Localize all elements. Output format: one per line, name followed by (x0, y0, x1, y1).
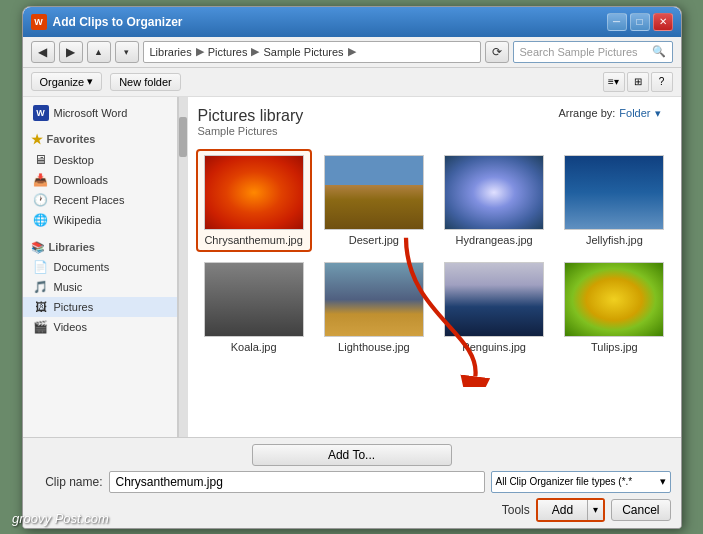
sidebar-item-music[interactable]: 🎵 Music (23, 277, 177, 297)
refresh-button[interactable]: ⟳ (485, 41, 509, 63)
sidebar-item-documents[interactable]: 📄 Documents (23, 257, 177, 277)
file-thumbnail-1 (324, 155, 424, 230)
arrange-arrow-icon[interactable]: ▾ (655, 107, 661, 120)
file-name-7: Tulips.jpg (591, 341, 638, 353)
file-thumbnail-0 (204, 155, 304, 230)
file-name-1: Desert.jpg (349, 234, 399, 246)
documents-icon: 📄 (33, 259, 49, 275)
organize-button[interactable]: Organize ▾ (31, 72, 103, 91)
files-grid: Chrysanthemum.jpgDesert.jpgHydrangeas.jp… (198, 151, 671, 357)
sidebar-scrollbar[interactable] (178, 97, 188, 437)
forward-button[interactable]: ▶ (59, 41, 83, 63)
sidebar: W Microsoft Word ★ Favorites 🖥 Desktop 📥… (23, 97, 178, 437)
add-dropdown-button[interactable]: ▾ (588, 500, 603, 520)
file-thumbnail-5 (324, 262, 424, 337)
file-item-desert-jpg[interactable]: Desert.jpg (318, 151, 430, 250)
breadcrumb-sample[interactable]: Sample Pictures (263, 46, 343, 58)
up-button[interactable]: ▲ (87, 41, 111, 63)
sidebar-music-label: Music (54, 281, 83, 293)
cancel-button[interactable]: Cancel (611, 499, 670, 521)
help-button[interactable]: ? (651, 72, 673, 92)
word-icon: W (33, 105, 49, 121)
bottom-bar: Add To... Clip name: All Clip Organizer … (23, 437, 681, 528)
arrange-bar: Arrange by: Folder ▾ (558, 107, 660, 120)
action-row: Tools Add ▾ Cancel (33, 498, 671, 522)
sidebar-desktop-label: Desktop (54, 154, 94, 166)
toolbar: Organize ▾ New folder ≡▾ ⊞ ? (23, 68, 681, 97)
file-thumbnail-4 (204, 262, 304, 337)
file-item-tulips-jpg[interactable]: Tulips.jpg (558, 258, 670, 357)
add-button[interactable]: Add (538, 500, 588, 520)
sidebar-item-wikipedia[interactable]: 🌐 Wikipedia (23, 210, 177, 230)
spacer-2 (23, 230, 177, 238)
window-title: Add Clips to Organizer (53, 15, 183, 29)
sidebar-item-pictures[interactable]: 🖼 Pictures (23, 297, 177, 317)
add-to-button[interactable]: Add To... (252, 444, 452, 466)
file-item-hydrangeas-jpg[interactable]: Hydrangeas.jpg (438, 151, 550, 250)
downloads-icon: 📥 (33, 172, 49, 188)
library-header: Pictures library Sample Pictures (198, 107, 304, 137)
title-controls: ─ □ ✕ (607, 13, 673, 31)
view-toggle-button[interactable]: ≡▾ (603, 72, 625, 92)
recent-icon: 🕐 (33, 192, 49, 208)
close-button[interactable]: ✕ (653, 13, 673, 31)
sidebar-recent-label: Recent Places (54, 194, 125, 206)
sidebar-videos-label: Videos (54, 321, 87, 333)
library-title: Pictures library (198, 107, 304, 125)
clip-name-row: Clip name: All Clip Organizer file types… (33, 471, 671, 493)
maximize-button[interactable]: □ (630, 13, 650, 31)
panel-button[interactable]: ⊞ (627, 72, 649, 92)
content-area: Pictures library Sample Pictures Arrange… (188, 97, 681, 437)
add-to-row: Add To... (33, 444, 671, 466)
sidebar-documents-label: Documents (54, 261, 110, 273)
recent-button[interactable]: ▾ (115, 41, 139, 63)
main-window: W Add Clips to Organizer ─ □ ✕ ◀ ▶ ▲ ▾ L… (22, 6, 682, 529)
file-name-3: Jellyfish.jpg (586, 234, 643, 246)
main-area: W Microsoft Word ★ Favorites 🖥 Desktop 📥… (23, 97, 681, 437)
favorites-header[interactable]: ★ Favorites (23, 129, 177, 150)
clip-name-input[interactable] (109, 471, 485, 493)
clip-type-arrow-icon: ▾ (660, 475, 666, 488)
breadcrumb[interactable]: Libraries ▶ Pictures ▶ Sample Pictures ▶ (143, 41, 481, 63)
sidebar-item-downloads[interactable]: 📥 Downloads (23, 170, 177, 190)
file-item-lighthouse-jpg[interactable]: Lighthouse.jpg (318, 258, 430, 357)
favorites-label: Favorites (47, 133, 96, 145)
sidebar-downloads-label: Downloads (54, 174, 108, 186)
file-item-koala-jpg[interactable]: Koala.jpg (198, 258, 310, 357)
minimize-button[interactable]: ─ (607, 13, 627, 31)
file-item-jellyfish-jpg[interactable]: Jellyfish.jpg (558, 151, 670, 250)
breadcrumb-libraries[interactable]: Libraries (150, 46, 192, 58)
file-name-5: Lighthouse.jpg (338, 341, 410, 353)
search-box[interactable]: Search Sample Pictures 🔍 (513, 41, 673, 63)
arrange-label: Arrange by: (558, 107, 615, 119)
clip-type-select[interactable]: All Clip Organizer file types (*.* ▾ (491, 471, 671, 493)
search-icon[interactable]: 🔍 (652, 45, 666, 58)
sidebar-item-recent[interactable]: 🕐 Recent Places (23, 190, 177, 210)
tools-label: Tools (502, 503, 530, 517)
file-thumbnail-6 (444, 262, 544, 337)
watermark: groovy Post.com (12, 511, 109, 526)
file-name-6: Penguins.jpg (462, 341, 526, 353)
title-bar: W Add Clips to Organizer ─ □ ✕ (23, 7, 681, 37)
file-item-chrysanthemum-jpg[interactable]: Chrysanthemum.jpg (198, 151, 310, 250)
file-item-penguins-jpg[interactable]: Penguins.jpg (438, 258, 550, 357)
breadcrumb-pictures[interactable]: Pictures (208, 46, 248, 58)
breadcrumb-sep-1: ▶ (196, 45, 204, 58)
sidebar-wikipedia-label: Wikipedia (54, 214, 102, 226)
libraries-header[interactable]: 📚 Libraries (23, 238, 177, 257)
desktop-icon: 🖥 (33, 152, 49, 168)
sidebar-scroll-thumb[interactable] (179, 117, 187, 157)
sidebar-item-desktop[interactable]: 🖥 Desktop (23, 150, 177, 170)
content-header: Pictures library Sample Pictures Arrange… (198, 107, 671, 141)
file-name-0: Chrysanthemum.jpg (204, 234, 302, 246)
favorites-star-icon: ★ (31, 132, 43, 147)
new-folder-button[interactable]: New folder (110, 73, 181, 91)
back-button[interactable]: ◀ (31, 41, 55, 63)
sidebar-item-word[interactable]: W Microsoft Word (23, 103, 177, 123)
arrange-value[interactable]: Folder (619, 107, 650, 119)
clip-type-label: All Clip Organizer file types (*.* (496, 476, 633, 487)
title-bar-left: W Add Clips to Organizer (31, 14, 183, 30)
sidebar-item-videos[interactable]: 🎬 Videos (23, 317, 177, 337)
breadcrumb-end: ▶ (348, 45, 356, 58)
music-icon: 🎵 (33, 279, 49, 295)
